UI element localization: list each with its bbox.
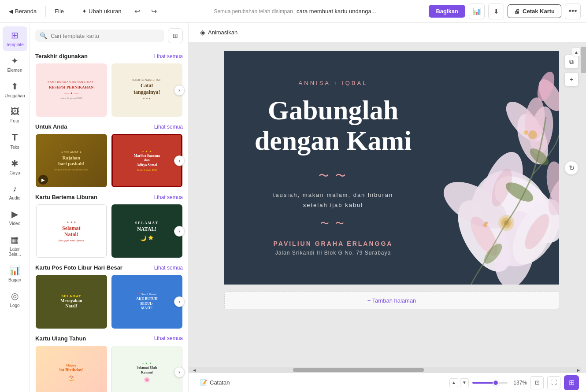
bottom-right-controls: ▲ ▼ 137% ⊡ ⛶ ⊞ <box>449 375 579 390</box>
template-card-natal-dark[interactable]: SELAMAT NATAL! 🌙⭐ <box>111 204 183 258</box>
see-all-birthday[interactable]: Lihat semua <box>154 335 183 341</box>
redo-button[interactable]: ↪ <box>147 4 161 18</box>
sidebar-item-unggahan[interactable]: ⬆ Unggahan <box>3 78 27 102</box>
canvas-scroll-area[interactable]: ⧉ + ANNISA + IQBAL Gabunglah dengan Kami <box>189 42 586 373</box>
sidebar-item-audio[interactable]: ♪ Audio <box>3 180 27 204</box>
svg-point-4 <box>483 164 559 255</box>
section-header-photocard: Kartu Pos Foto Libur Hari Besar Lihat se… <box>35 264 183 271</box>
page-actions: ⧉ + <box>564 55 579 86</box>
undo-button[interactable]: ↩ <box>130 4 145 18</box>
wedding-card[interactable]: ANNISA + IQBAL Gabunglah dengan Kami 〜 〜… <box>224 51 559 285</box>
zoom-slider[interactable] <box>472 382 508 384</box>
sidebar-item-elemen[interactable]: ✦ Elemen <box>3 52 27 77</box>
sidebar-item-bagan[interactable]: 📊 Bagan <box>3 262 27 286</box>
page-down-button[interactable]: ▼ <box>460 378 469 387</box>
template-card-natalan-red[interactable]: ✦ ✦ ✦ Marhba SauranadanAditya Samal Seni… <box>111 133 183 188</box>
recent-next-button[interactable]: › <box>174 85 185 96</box>
plus-icon: + <box>570 76 573 83</box>
svg-point-17 <box>523 96 547 142</box>
refresh-button[interactable]: ↻ <box>564 161 579 175</box>
share-button[interactable]: Bagikan <box>429 5 465 18</box>
more-options-button[interactable]: ••• <box>565 4 581 19</box>
sidebar-item-teks[interactable]: T Teks <box>3 128 27 154</box>
resize-button[interactable]: ✦ Ubah ukuran <box>78 6 125 16</box>
template-card-bday2[interactable]: ✦ ✦ ✦ Selamat UlahKawanl 🌸 <box>111 345 183 392</box>
template-card-wedding2[interactable]: KAMI SENANG HATI Catattanggalnya! ✦ ✦ ✦ <box>111 63 183 117</box>
add-page-top-button[interactable]: + <box>564 72 579 86</box>
wedding-description: tausiah, makan malam, dan hiburan setela… <box>273 190 393 211</box>
sidebar-item-foto[interactable]: 🖼 Foto <box>3 103 27 127</box>
chevron-left-icon: ◀ <box>9 8 13 15</box>
wedding-title-line1: Gabunglah <box>268 95 398 125</box>
svg-point-12 <box>520 211 554 253</box>
page-up-button[interactable]: ▲ <box>449 378 458 387</box>
template-card-bday1[interactable]: Happy 1st Birthday! 🎂 <box>35 345 108 392</box>
animate-button[interactable]: ◈ Animasikan <box>196 26 242 38</box>
add-page-button[interactable]: + Tambah halaman <box>224 292 559 309</box>
sidebar-item-logo[interactable]: ◎ Logo <box>3 287 27 312</box>
filter-icon: ⊞ <box>173 32 178 39</box>
svg-point-13 <box>488 166 516 209</box>
see-all-foryou[interactable]: Lihat semua <box>154 124 183 130</box>
svg-point-22 <box>481 241 505 266</box>
scroll-right-button[interactable]: ► <box>576 368 581 373</box>
resize-icon: ✦ <box>82 8 87 15</box>
zoom-thumb[interactable] <box>493 380 499 386</box>
topbar-center: Semua perubahan telah disimpan cara memb… <box>165 8 426 15</box>
template-card-lebaran[interactable]: ✦ SELAMAT ✦ Rajahanhari paskah! dengan c… <box>35 133 108 188</box>
notes-icon: 📝 <box>200 379 207 386</box>
search-box: 🔍 <box>35 30 164 42</box>
foryou-next-button[interactable]: › <box>174 155 185 166</box>
search-input[interactable] <box>51 33 160 39</box>
scroll-up-button[interactable]: ▲ <box>572 48 581 56</box>
document-title[interactable]: cara membuat kartu undanga... <box>297 8 376 15</box>
template-card-foto1[interactable]: Selamat MerayakanNatal! <box>35 274 108 329</box>
zoom-label: 137% <box>511 380 527 386</box>
holiday-next-button[interactable]: › <box>174 226 185 237</box>
copy-page-button[interactable]: ⧉ <box>564 55 579 69</box>
download-button[interactable]: ⬇ <box>488 4 504 19</box>
print-label: Cetak Kartu <box>523 8 555 15</box>
panel-content: Terakhir digunakan Lihat semua KAMI DENG… <box>30 47 188 392</box>
sidebar-item-template[interactable]: ⊞ Template <box>3 26 27 51</box>
wedding-address: Jalan Srikandi III Blok G No. 79 Surabay… <box>275 250 391 256</box>
sidebar-item-latar[interactable]: ▦ Latar Bela... <box>3 231 27 261</box>
back-button[interactable]: ◀ Beranda <box>5 6 40 16</box>
holiday-templates-grid: ✦ ✦ ✦ SelamatNatal! jalan gajah mada · j… <box>35 204 183 258</box>
see-all-holiday[interactable]: Lihat semua <box>154 194 183 200</box>
search-area: 🔍 ⊞ <box>30 23 188 47</box>
sidebar-item-video[interactable]: ▶ Video <box>3 205 27 230</box>
template-icon: ⊞ <box>11 30 19 41</box>
notes-button[interactable]: 📝 Catatan <box>196 377 234 388</box>
search-icon: 🔍 <box>40 32 47 39</box>
template-card-natal-white[interactable]: ✦ ✦ ✦ SelamatNatal! jalan gajah mada · j… <box>35 204 108 258</box>
template-card-wedding1[interactable]: KAMI DENGAN SENANG HATI RESEPSI PERNIKAH… <box>35 63 108 117</box>
svg-point-11 <box>466 213 503 260</box>
elements-icon: ✦ <box>11 55 19 66</box>
text-icon: T <box>12 132 18 143</box>
filter-button[interactable]: ⊞ <box>168 28 183 43</box>
print-button[interactable]: 🖨 Cetak Kartu <box>508 4 561 18</box>
scroll-left-button[interactable]: ◄ <box>192 368 197 373</box>
sidebar-item-gaya[interactable]: ✱ Gaya <box>3 155 27 179</box>
grid-view-button[interactable]: ⊡ <box>530 376 544 389</box>
svg-point-15 <box>527 104 556 156</box>
sidebar: ⊞ Template ✦ Elemen ⬆ Unggahan 🖼 Foto T … <box>0 23 30 392</box>
photocard-next-button[interactable]: › <box>174 296 185 307</box>
qr-code-button[interactable]: ⊞ <box>564 375 579 390</box>
section-title-birthday: Kartu Ulang Tahun <box>35 335 86 342</box>
sidebar-label-gaya: Gaya <box>10 170 20 176</box>
see-all-recent[interactable]: Lihat semua <box>154 53 183 59</box>
see-all-photocard[interactable]: Lihat semua <box>154 265 183 271</box>
section-header-holiday: Kartu Bertema Liburan Lihat semua <box>35 194 183 200</box>
birthday-next-button[interactable]: › <box>174 367 185 377</box>
foryou-templates-grid: ✦ SELAMAT ✦ Rajahanhari paskah! dengan c… <box>35 133 183 188</box>
file-menu[interactable]: File <box>51 6 67 16</box>
printer-icon: 🖨 <box>514 8 520 15</box>
fullscreen-button[interactable]: ⛶ <box>547 376 560 389</box>
background-icon: ▦ <box>11 234 19 245</box>
svg-point-10 <box>504 220 509 226</box>
template-panel: 🔍 ⊞ Terakhir digunakan Lihat semua KAMI … <box>30 23 189 392</box>
template-card-foto2[interactable]: 📍 Seoul, Korea AKU BUTUHSEOUL-MATE! <box>111 274 183 329</box>
analytics-button[interactable]: 📊 <box>469 4 485 19</box>
